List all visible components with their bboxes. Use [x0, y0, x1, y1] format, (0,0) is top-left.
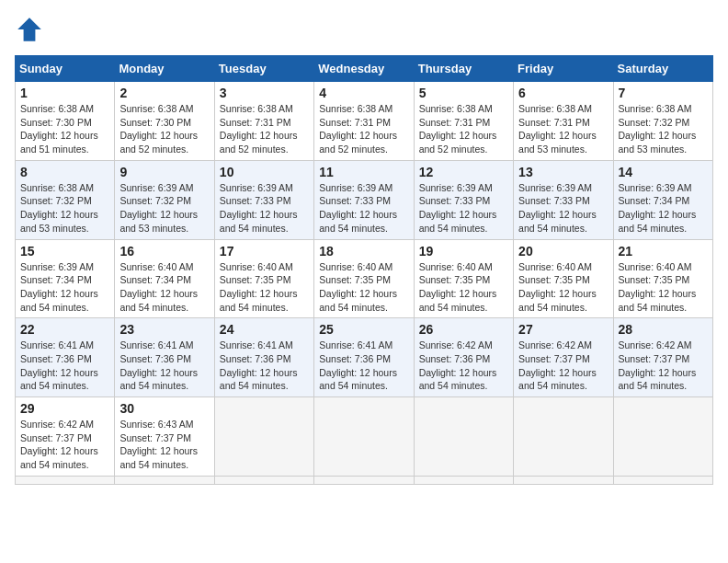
logo-icon [15, 15, 44, 44]
day-number: 13 [518, 165, 608, 179]
day-info: Sunrise: 6:39 AM Sunset: 7:33 PM Dayligh… [220, 181, 309, 236]
calendar-cell: 16 Sunrise: 6:40 AM Sunset: 7:34 PM Dayl… [115, 239, 214, 318]
calendar-cell: 21 Sunrise: 6:40 AM Sunset: 7:35 PM Dayl… [613, 239, 712, 318]
day-info: Sunrise: 6:39 AM Sunset: 7:34 PM Dayligh… [20, 260, 109, 315]
day-info: Sunrise: 6:42 AM Sunset: 7:37 PM Dayligh… [518, 339, 608, 393]
col-wednesday: Wednesday [314, 56, 414, 82]
calendar-cell [414, 397, 513, 477]
day-number: 19 [419, 244, 508, 259]
calendar-cell: 2 Sunrise: 6:38 AM Sunset: 7:30 PM Dayli… [115, 82, 214, 161]
day-info: Sunrise: 6:39 AM Sunset: 7:33 PM Dayligh… [419, 181, 508, 236]
day-info: Sunrise: 6:40 AM Sunset: 7:35 PM Dayligh… [319, 260, 408, 315]
calendar-cell [414, 476, 513, 484]
day-number: 3 [220, 86, 309, 100]
col-saturday: Saturday [613, 56, 712, 82]
calendar-cell: 7 Sunrise: 6:38 AM Sunset: 7:32 PM Dayli… [613, 82, 712, 161]
day-info: Sunrise: 6:38 AM Sunset: 7:31 PM Dayligh… [319, 102, 408, 156]
calendar-cell: 28 Sunrise: 6:42 AM Sunset: 7:37 PM Dayl… [613, 318, 712, 397]
day-number: 14 [619, 165, 708, 179]
calendar-cell: 13 Sunrise: 6:39 AM Sunset: 7:33 PM Dayl… [514, 160, 613, 239]
calendar-week-row: 1 Sunrise: 6:38 AM Sunset: 7:30 PM Dayli… [16, 82, 713, 161]
day-number: 23 [119, 322, 209, 337]
calendar-cell: 17 Sunrise: 6:40 AM Sunset: 7:35 PM Dayl… [214, 239, 313, 318]
calendar-week-row: 22 Sunrise: 6:41 AM Sunset: 7:36 PM Dayl… [16, 318, 713, 397]
day-info: Sunrise: 6:40 AM Sunset: 7:35 PM Dayligh… [220, 260, 309, 315]
day-info: Sunrise: 6:41 AM Sunset: 7:36 PM Dayligh… [119, 339, 209, 393]
calendar-cell: 25 Sunrise: 6:41 AM Sunset: 7:36 PM Dayl… [314, 318, 414, 397]
day-info: Sunrise: 6:40 AM Sunset: 7:35 PM Dayligh… [619, 260, 708, 315]
day-info: Sunrise: 6:41 AM Sunset: 7:36 PM Dayligh… [319, 339, 408, 393]
calendar-cell: 11 Sunrise: 6:39 AM Sunset: 7:33 PM Dayl… [314, 160, 414, 239]
day-info: Sunrise: 6:39 AM Sunset: 7:33 PM Dayligh… [518, 181, 608, 236]
page-header [15, 15, 713, 44]
calendar-cell: 27 Sunrise: 6:42 AM Sunset: 7:37 PM Dayl… [514, 318, 613, 397]
day-info: Sunrise: 6:38 AM Sunset: 7:30 PM Dayligh… [119, 102, 209, 156]
calendar-week-row: 15 Sunrise: 6:39 AM Sunset: 7:34 PM Dayl… [16, 239, 713, 318]
calendar-cell: 18 Sunrise: 6:40 AM Sunset: 7:35 PM Dayl… [314, 239, 414, 318]
day-info: Sunrise: 6:38 AM Sunset: 7:30 PM Dayligh… [20, 102, 109, 156]
day-number: 27 [518, 322, 608, 337]
day-number: 15 [20, 244, 109, 259]
calendar-cell [115, 476, 214, 484]
day-number: 17 [220, 244, 309, 259]
day-info: Sunrise: 6:39 AM Sunset: 7:32 PM Dayligh… [119, 181, 209, 236]
day-number: 29 [20, 401, 109, 416]
calendar-week-row: 29 Sunrise: 6:42 AM Sunset: 7:37 PM Dayl… [16, 397, 713, 477]
col-tuesday: Tuesday [214, 56, 313, 82]
day-info: Sunrise: 6:42 AM Sunset: 7:37 PM Dayligh… [20, 418, 109, 472]
col-monday: Monday [115, 56, 214, 82]
calendar-cell [613, 397, 712, 477]
day-info: Sunrise: 6:38 AM Sunset: 7:32 PM Dayligh… [619, 102, 708, 156]
day-number: 22 [20, 322, 109, 337]
calendar-cell [314, 397, 414, 477]
calendar-cell: 26 Sunrise: 6:42 AM Sunset: 7:36 PM Dayl… [414, 318, 513, 397]
day-number: 16 [119, 244, 209, 259]
day-info: Sunrise: 6:39 AM Sunset: 7:33 PM Dayligh… [319, 181, 408, 236]
day-number: 24 [220, 322, 309, 337]
day-info: Sunrise: 6:43 AM Sunset: 7:37 PM Dayligh… [119, 418, 209, 472]
day-number: 1 [20, 86, 109, 100]
calendar-cell: 10 Sunrise: 6:39 AM Sunset: 7:33 PM Dayl… [214, 160, 313, 239]
calendar-cell: 30 Sunrise: 6:43 AM Sunset: 7:37 PM Dayl… [115, 397, 214, 477]
calendar-cell [214, 397, 313, 477]
calendar-cell: 3 Sunrise: 6:38 AM Sunset: 7:31 PM Dayli… [214, 82, 313, 161]
day-info: Sunrise: 6:40 AM Sunset: 7:34 PM Dayligh… [119, 260, 209, 315]
calendar-cell: 14 Sunrise: 6:39 AM Sunset: 7:34 PM Dayl… [613, 160, 712, 239]
day-number: 10 [220, 165, 309, 179]
day-info: Sunrise: 6:40 AM Sunset: 7:35 PM Dayligh… [518, 260, 608, 315]
day-number: 25 [319, 322, 408, 337]
svg-marker-0 [17, 17, 41, 41]
day-number: 30 [119, 401, 209, 416]
day-info: Sunrise: 6:41 AM Sunset: 7:36 PM Dayligh… [220, 339, 309, 393]
calendar-cell: 6 Sunrise: 6:38 AM Sunset: 7:31 PM Dayli… [514, 82, 613, 161]
day-number: 2 [119, 86, 209, 100]
calendar-cell: 15 Sunrise: 6:39 AM Sunset: 7:34 PM Dayl… [16, 239, 115, 318]
day-number: 6 [518, 86, 608, 100]
day-number: 11 [319, 165, 408, 179]
calendar-cell: 24 Sunrise: 6:41 AM Sunset: 7:36 PM Dayl… [214, 318, 313, 397]
day-number: 18 [319, 244, 408, 259]
day-info: Sunrise: 6:39 AM Sunset: 7:34 PM Dayligh… [619, 181, 708, 236]
day-info: Sunrise: 6:38 AM Sunset: 7:31 PM Dayligh… [518, 102, 608, 156]
calendar-cell [514, 476, 613, 484]
day-number: 7 [619, 86, 708, 100]
day-number: 5 [419, 86, 508, 100]
calendar-cell: 5 Sunrise: 6:38 AM Sunset: 7:31 PM Dayli… [414, 82, 513, 161]
calendar-cell: 4 Sunrise: 6:38 AM Sunset: 7:31 PM Dayli… [314, 82, 414, 161]
calendar-cell [514, 397, 613, 477]
day-number: 20 [518, 244, 608, 259]
day-info: Sunrise: 6:42 AM Sunset: 7:37 PM Dayligh… [619, 339, 708, 393]
day-info: Sunrise: 6:42 AM Sunset: 7:36 PM Dayligh… [419, 339, 508, 393]
day-info: Sunrise: 6:38 AM Sunset: 7:32 PM Dayligh… [20, 181, 109, 236]
day-number: 26 [419, 322, 508, 337]
calendar-cell [214, 476, 313, 484]
calendar-header-row: Sunday Monday Tuesday Wednesday Thursday… [16, 56, 713, 82]
calendar-cell: 8 Sunrise: 6:38 AM Sunset: 7:32 PM Dayli… [16, 160, 115, 239]
calendar-cell [314, 476, 414, 484]
calendar-cell: 9 Sunrise: 6:39 AM Sunset: 7:32 PM Dayli… [115, 160, 214, 239]
day-number: 9 [119, 165, 209, 179]
calendar-cell [613, 476, 712, 484]
calendar-cell: 12 Sunrise: 6:39 AM Sunset: 7:33 PM Dayl… [414, 160, 513, 239]
day-info: Sunrise: 6:41 AM Sunset: 7:36 PM Dayligh… [20, 339, 109, 393]
calendar-cell [16, 476, 115, 484]
